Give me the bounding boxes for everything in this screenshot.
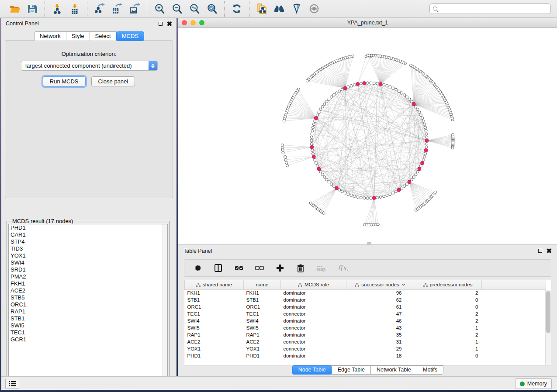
mcds-result-item[interactable]: RAP1: [9, 308, 167, 315]
clear-table-button[interactable]: [315, 261, 328, 275]
mcds-result-item[interactable]: STP4: [9, 238, 167, 245]
zoom-selected-button[interactable]: [203, 1, 221, 16]
tab-select[interactable]: Select: [90, 31, 117, 41]
save-button[interactable]: [24, 1, 41, 16]
criterion-label: Optimization criterion:: [5, 51, 173, 57]
node-table[interactable]: shared namenameMCDS rolesuccessor nodesp…: [184, 280, 546, 359]
add-row-button[interactable]: [273, 261, 287, 275]
mcds-result-item[interactable]: PMA2: [9, 273, 167, 280]
table-row[interactable]: SWI4SWI4dominator462: [185, 317, 546, 324]
close-panel-button[interactable]: Close panel: [91, 76, 135, 86]
mcds-result-item[interactable]: FKH1: [9, 280, 167, 287]
mcds-result-item[interactable]: STB1: [9, 315, 167, 322]
tab-network-table[interactable]: Network Table: [370, 365, 417, 375]
mcds-list-scrollbar[interactable]: [163, 224, 167, 381]
mcds-panel: Optimization criterion: largest connecte…: [5, 40, 173, 198]
refresh-button[interactable]: [228, 1, 246, 16]
table-row[interactable]: YOX1YOX1connector291: [185, 345, 546, 352]
select-all-button[interactable]: [232, 261, 246, 275]
delete-button[interactable]: [294, 261, 307, 275]
column-header-predecessor-nodes[interactable]: predecessor nodes: [414, 280, 482, 289]
table-scrollbar[interactable]: [545, 290, 551, 365]
mcds-result-item[interactable]: STB5: [9, 294, 167, 301]
share-document-button[interactable]: [253, 1, 270, 16]
criterion-select[interactable]: largest connected component (undirected): [21, 61, 158, 71]
mcds-result-item[interactable]: TEC1: [9, 329, 167, 336]
function-icon: f(x): [335, 263, 348, 273]
import-network-button[interactable]: [48, 1, 66, 16]
tab-style[interactable]: Style: [66, 31, 90, 41]
clear-table-icon: [315, 263, 328, 273]
mcds-result-item[interactable]: SRD1: [9, 266, 167, 273]
export-network-icon: [94, 3, 105, 14]
column-type-icon: [355, 283, 359, 287]
memory-button[interactable]: Memory: [515, 378, 552, 389]
mcds-result-list[interactable]: PHD1CAR1STP4TID3YOX1SWI4SRD1PMA2FKH1ACE2…: [8, 224, 168, 382]
network-graph[interactable]: [178, 28, 557, 244]
column-type-icon: [196, 283, 201, 287]
table-row[interactable]: FKH1FKH1dominator962: [185, 289, 546, 296]
table-row[interactable]: SWI5SWI5connector431: [185, 324, 546, 331]
mcds-result-group: MCDS result (17 nodes) PHD1CAR1STP4TID3Y…: [7, 221, 170, 383]
float-table-panel-icon[interactable]: [538, 249, 542, 253]
show-details-eye-button[interactable]: [305, 1, 323, 16]
close-table-panel-icon[interactable]: ✖: [546, 249, 552, 253]
mcds-result-item[interactable]: PHD1: [9, 224, 167, 231]
export-table-button[interactable]: [108, 1, 126, 16]
tab-mcds[interactable]: MCDS: [116, 31, 144, 41]
network-view-window: YPA_prune.txt_1: [178, 18, 557, 244]
mcds-result-item[interactable]: SWI4: [9, 259, 167, 266]
network-canvas[interactable]: [178, 28, 557, 244]
function-button[interactable]: f(x): [335, 261, 348, 275]
export-image-icon: [129, 3, 140, 14]
column-header-successor-nodes[interactable]: successor nodes: [346, 280, 414, 289]
columns-button[interactable]: [212, 261, 225, 275]
export-network-button[interactable]: [91, 1, 108, 16]
zoom-fit-button[interactable]: [186, 1, 203, 16]
task-history-button[interactable]: [5, 379, 19, 389]
table-toolbar: f(x): [184, 259, 551, 277]
mcds-result-item[interactable]: ACE2: [9, 287, 167, 294]
column-type-icon: [298, 283, 302, 287]
search-box[interactable]: [429, 3, 551, 14]
network-window-titlebar[interactable]: YPA_prune.txt_1: [178, 18, 557, 28]
gear-button[interactable]: [191, 261, 204, 275]
network-window-title: YPA_prune.txt_1: [178, 20, 557, 26]
hide-details-button[interactable]: [288, 1, 305, 16]
zoom-in-button[interactable]: [151, 1, 168, 16]
import-table-button[interactable]: [66, 1, 83, 16]
gear-icon: [191, 263, 204, 273]
table-row[interactable]: PHD1PHD1dominator180: [185, 352, 546, 359]
tab-network[interactable]: Network: [34, 31, 66, 41]
column-header-MCDS-role[interactable]: MCDS role: [281, 280, 346, 289]
close-panel-icon[interactable]: ✖: [166, 22, 172, 26]
mcds-result-item[interactable]: ORC1: [9, 301, 167, 308]
table-row[interactable]: RAP1RAP1dominator352: [185, 331, 546, 338]
table-row[interactable]: ORC1ORC1dominator610: [185, 303, 546, 310]
tab-edge-table[interactable]: Edge Table: [332, 365, 371, 375]
sort-desc-icon: [401, 283, 405, 286]
run-mcds-button[interactable]: Run MCDS: [43, 76, 86, 86]
mcds-result-item[interactable]: TID3: [9, 245, 167, 252]
save-icon: [27, 3, 38, 14]
table-scrollbar-thumb[interactable]: [546, 291, 550, 333]
tab-motifs[interactable]: Motifs: [417, 365, 443, 375]
mcds-result-item[interactable]: SWI5: [9, 322, 167, 329]
open-folder-button[interactable]: [6, 1, 24, 16]
search-input[interactable]: [440, 5, 550, 13]
unselect-all-button[interactable]: [253, 261, 266, 275]
table-row[interactable]: ACE2ACE2connector311: [185, 338, 546, 345]
mcds-result-item[interactable]: CAR1: [9, 231, 167, 238]
column-header-shared-name[interactable]: shared name: [185, 280, 244, 289]
table-row[interactable]: TEC1TEC1connector472: [185, 310, 546, 317]
column-header-name[interactable]: name: [244, 280, 281, 289]
tab-node-table[interactable]: Node Table: [292, 365, 332, 375]
unselect-all-icon: [253, 263, 266, 273]
search-binoculars-button[interactable]: [270, 1, 288, 16]
mcds-result-item[interactable]: GCR1: [9, 336, 167, 343]
float-panel-icon[interactable]: [159, 22, 163, 26]
export-image-button[interactable]: [126, 1, 143, 16]
mcds-result-item[interactable]: YOX1: [9, 252, 167, 259]
table-row[interactable]: STB1STB1dominator620: [185, 296, 546, 303]
zoom-out-button[interactable]: [168, 1, 186, 16]
